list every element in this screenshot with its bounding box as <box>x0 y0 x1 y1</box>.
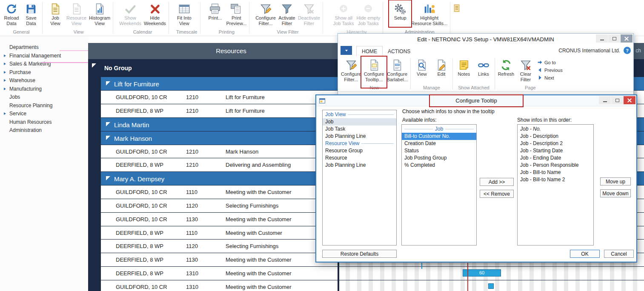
partial-ribbon-button <box>452 1 462 36</box>
remove-button[interactable]: << Remove <box>480 190 514 198</box>
reload-data-button[interactable]: ReloadData <box>2 1 21 26</box>
configure-barlabel-button[interactable]: ConfigureBarlabel... <box>385 57 409 83</box>
ok-button[interactable]: OK <box>570 250 600 258</box>
add-button[interactable]: Add >> <box>480 178 514 186</box>
list-item[interactable]: Job - Description 2 <box>518 140 593 147</box>
sidebar-item-warehouse[interactable]: Warehouse <box>0 77 88 85</box>
list-item[interactable]: Creation Date <box>402 140 476 147</box>
view-button[interactable]: View <box>412 57 432 83</box>
tab-home[interactable]: HOME <box>356 46 383 56</box>
sidebar-item-resource-planning[interactable]: Resource Planning <box>0 102 88 110</box>
activate-filter-button[interactable]: ActivateFilter <box>277 1 297 26</box>
configure-filter-button[interactable]: ConfigureFilter... <box>254 1 277 26</box>
fit-into-view-button[interactable]: Fit IntoView <box>175 1 194 26</box>
ribbon-button-label: DeactivateFilter <box>298 15 320 26</box>
list-item[interactable]: Job Task <box>323 126 396 133</box>
list-item[interactable]: Job - No. <box>518 126 593 133</box>
list-item[interactable]: Job <box>323 118 396 126</box>
order-infos-listbox: Job - No.Job - DescriptionJob - Descript… <box>517 124 594 245</box>
resource-row[interactable]: GUILDFORD, 10 CR1310Meeting with the Cus… <box>88 280 644 291</box>
list-item[interactable]: Resource Group <box>323 147 396 154</box>
go-to-button[interactable]: Go to <box>537 60 563 65</box>
expand-triangle-icon[interactable] <box>92 63 96 68</box>
restore-defaults-button[interactable]: Restore Defaults <box>322 250 397 258</box>
sidebar-item-financial-management[interactable]: Financial Management <box>0 52 88 60</box>
resource-description: Meeting with the Customer <box>226 267 292 280</box>
previous-button[interactable]: Previous <box>537 67 563 73</box>
sidebar-item-departments[interactable]: Departments <box>0 43 88 52</box>
refresh-button[interactable]: Refresh <box>496 57 516 83</box>
list-item[interactable]: Job - Ending Date <box>518 154 593 162</box>
ribbon-group-timescale: Fit IntoViewTimescale <box>175 1 199 36</box>
expand-triangle-icon[interactable] <box>106 176 110 180</box>
close-button[interactable] <box>621 34 633 43</box>
resource-number: 1130 <box>186 213 198 226</box>
print-button[interactable]: Print... <box>205 1 225 26</box>
ribbon-group-label: View Filter <box>254 29 321 36</box>
links-icon <box>477 59 490 71</box>
cancel-button[interactable]: Cancel <box>604 250 634 258</box>
list-item[interactable]: Bill-to Customer No. <box>402 133 476 140</box>
print-preview-button[interactable]: PrintPreview... <box>225 1 248 26</box>
hide-weekends-button[interactable]: HideWeekends <box>143 1 167 26</box>
resource-location: DEERFIELD, 8 WP <box>116 240 163 253</box>
notes-button[interactable]: Notes <box>454 57 474 83</box>
move-down-button[interactable]: Move down <box>600 189 631 197</box>
next-button[interactable]: Next <box>537 75 563 80</box>
list-item[interactable]: Status <box>402 147 476 154</box>
move-up-button[interactable]: Move up <box>600 177 631 185</box>
ribbon-button-label: Refresh <box>498 71 515 82</box>
list-item[interactable]: Job - Person Responsible <box>518 162 593 169</box>
configure-tooltip-icon <box>368 59 381 71</box>
maximize-button[interactable] <box>608 34 620 43</box>
links-button[interactable]: Links <box>474 57 493 83</box>
gantt-milestone[interactable] <box>488 283 494 289</box>
ribbon-button-label: HighlightResource Skills... <box>411 15 447 26</box>
list-item[interactable]: % Completed <box>402 162 476 169</box>
list-section-header: Resource View <box>323 140 396 147</box>
refresh-icon <box>500 59 512 71</box>
configure-tooltip-button[interactable]: ConfigureTooltip... <box>363 57 386 83</box>
list-item[interactable]: Job - Description <box>518 133 593 140</box>
configure-filter-button[interactable]: ConfigureFilter... <box>340 57 363 83</box>
resource-view-button: ResourceView <box>65 1 88 26</box>
maximize-button[interactable] <box>611 96 623 104</box>
list-item[interactable]: Job Posting Group <box>402 154 476 162</box>
save-data-button[interactable]: SaveData <box>21 1 41 26</box>
list-item[interactable]: Resource <box>323 154 396 162</box>
list-item[interactable]: Job Planning Line <box>323 133 396 140</box>
gantt-bar[interactable]: 60 <box>463 269 501 277</box>
setup-button[interactable]: Setup <box>390 1 410 26</box>
clear-filter-button[interactable]: ClearFilter <box>516 57 535 83</box>
expand-triangle-icon[interactable] <box>106 122 110 126</box>
histogram-view-button[interactable]: HistogramView <box>88 1 112 26</box>
minimize-button[interactable] <box>596 34 608 43</box>
resource-location: DEERFIELD, 8 WP <box>116 253 163 266</box>
sidebar-item-administration[interactable]: Administration <box>0 126 88 135</box>
minimize-icon <box>603 101 607 102</box>
list-item[interactable]: Job Planning Line <box>323 162 396 169</box>
app-menu-button[interactable] <box>341 46 352 55</box>
job-view-button[interactable]: JobView <box>46 1 65 26</box>
minimize-button[interactable] <box>599 96 611 104</box>
highlight-resource-skills-button[interactable]: HighlightResource Skills... <box>410 1 449 26</box>
sidebar-item-jobs[interactable]: Jobs <box>0 93 88 102</box>
edit-button[interactable]: Edit <box>432 57 451 83</box>
sidebar-item-manufacturing[interactable]: Manufacturing <box>0 85 88 94</box>
ribbon-group-view-filter: ConfigureFilter...ActivateFilterDeactiva… <box>254 1 321 36</box>
list-item[interactable]: Job - Bill-to Name 2 <box>518 176 593 183</box>
available-infos-listbox: JobBill-to Customer No.Creation DateStat… <box>401 124 477 245</box>
tab-actions[interactable]: ACTIONS <box>383 46 415 56</box>
sidebar-item-service[interactable]: Service <box>0 110 88 118</box>
expand-triangle-icon[interactable] <box>106 136 110 140</box>
resource-number: 1310 <box>186 280 198 291</box>
expand-triangle-icon[interactable] <box>106 81 110 86</box>
help-icon[interactable]: ? <box>624 47 631 54</box>
sidebar-item-human-resources[interactable]: Human Resources <box>0 118 88 127</box>
sidebar-item-sales-marketing[interactable]: Sales & Marketing <box>0 60 88 68</box>
close-button[interactable] <box>624 96 635 104</box>
resource-row[interactable]: DEERFIELD, 8 WP1310Meeting with the Cust… <box>88 266 644 280</box>
sidebar-item-purchase[interactable]: Purchase <box>0 68 88 77</box>
list-item[interactable]: Job - Bill-to Name <box>518 169 593 176</box>
list-item[interactable]: Job - Starting Date <box>518 147 593 154</box>
